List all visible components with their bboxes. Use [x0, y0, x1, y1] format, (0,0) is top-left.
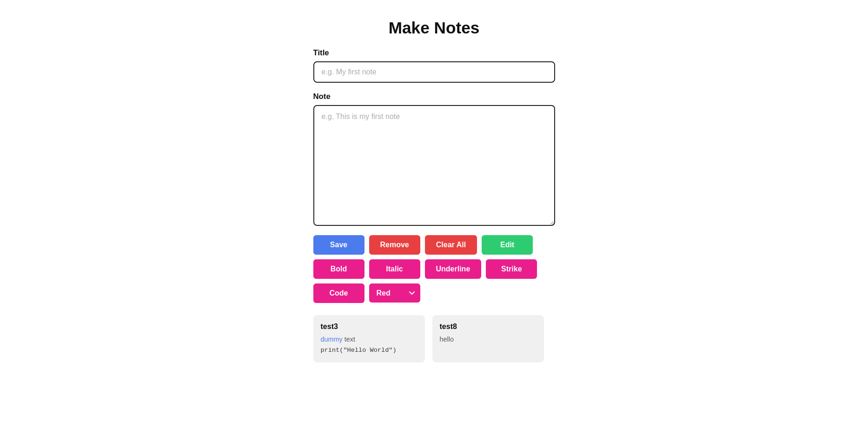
highlighted-text: dummy — [321, 336, 343, 343]
note-label: Note — [313, 92, 555, 101]
edit-button[interactable]: Edit — [482, 235, 533, 255]
note-card-test8: test8 hello — [432, 315, 544, 362]
code-text: print("Hello World") — [321, 347, 397, 354]
main-container: Make Notes Title Note Save Remove Clear … — [313, 19, 555, 409]
format-button-row: Bold Italic Underline Strike — [313, 259, 555, 279]
color-select-wrapper: Red Blue Green Yellow Purple — [369, 283, 420, 303]
notes-grid: test3 dummy text print("Hello World") te… — [313, 315, 555, 362]
note-card-title: test8 — [440, 323, 537, 331]
strike-button[interactable]: Strike — [486, 259, 537, 279]
title-label: Title — [313, 48, 555, 58]
action-button-row: Save Remove Clear All Edit — [313, 235, 555, 255]
underline-button[interactable]: Underline — [425, 259, 482, 279]
italic-button[interactable]: Italic — [369, 259, 420, 279]
note-card-title: test3 — [321, 323, 417, 331]
bold-button[interactable]: Bold — [313, 259, 364, 279]
note-card-test3: test3 dummy text print("Hello World") — [313, 315, 425, 362]
code-color-row: Code Red Blue Green Yellow Purple — [313, 283, 555, 303]
page-title: Make Notes — [313, 19, 555, 37]
note-card-content: dummy text print("Hello World") — [321, 335, 417, 355]
color-select[interactable]: Red Blue Green Yellow Purple — [369, 283, 420, 303]
note-card-content: hello — [440, 335, 537, 345]
code-button[interactable]: Code — [313, 283, 364, 303]
save-button[interactable]: Save — [313, 235, 364, 255]
normal-text: hello — [440, 336, 454, 343]
remove-button[interactable]: Remove — [369, 235, 420, 255]
note-textarea[interactable] — [313, 105, 555, 226]
clear-all-button[interactable]: Clear All — [425, 235, 477, 255]
normal-text: text — [345, 336, 355, 343]
title-input[interactable] — [313, 61, 555, 83]
